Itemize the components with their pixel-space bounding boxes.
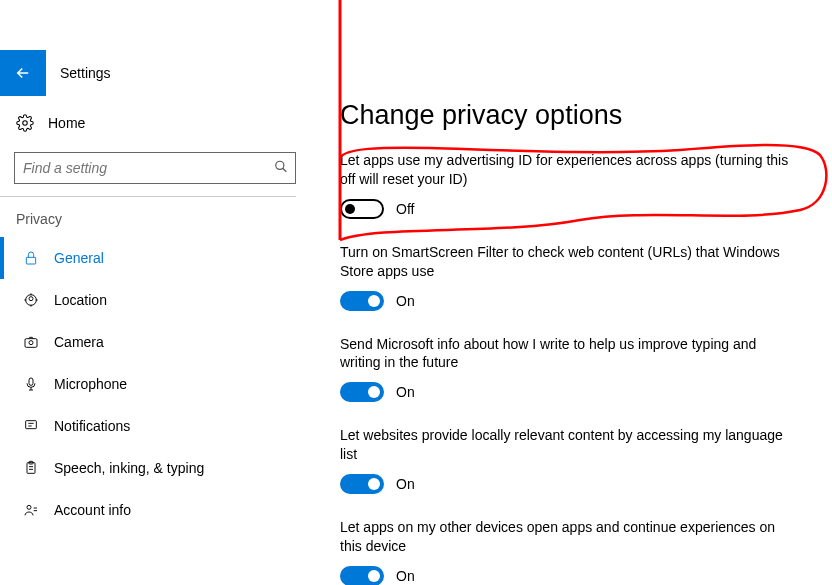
setting-desc: Turn on SmartScreen Filter to check web …	[340, 243, 800, 281]
setting-desc: Let websites provide locally relevant co…	[340, 426, 800, 464]
nav-label: Notifications	[54, 418, 130, 434]
sidebar-item-notifications[interactable]: Notifications	[0, 405, 310, 447]
title-bar: Settings	[0, 50, 310, 96]
search-box	[14, 152, 296, 184]
svg-point-4	[29, 297, 33, 301]
setting-language-list: Let websites provide locally relevant co…	[340, 426, 802, 494]
sidebar-item-speech-inking-typing[interactable]: Speech, inking, & typing	[0, 447, 310, 489]
svg-line-2	[283, 168, 287, 172]
svg-point-7	[29, 341, 33, 345]
toggle-state-label: On	[396, 384, 415, 400]
toggle-send-typing-info[interactable]	[340, 382, 384, 402]
svg-rect-6	[25, 339, 37, 348]
toggle-state-label: Off	[396, 201, 414, 217]
sidebar-item-microphone[interactable]: Microphone	[0, 363, 310, 405]
nav-label: Camera	[54, 334, 104, 350]
search-icon	[274, 160, 288, 177]
setting-send-typing-info: Send Microsoft info about how I write to…	[340, 335, 802, 403]
setting-advertising-id: Let apps use my advertising ID for exper…	[340, 151, 802, 219]
account-icon	[22, 501, 40, 519]
svg-point-1	[276, 161, 284, 169]
back-arrow-icon	[14, 64, 32, 82]
page-title: Change privacy options	[340, 100, 802, 131]
nav-label: General	[54, 250, 104, 266]
setting-desc: Send Microsoft info about how I write to…	[340, 335, 800, 373]
setting-desc: Let apps use my advertising ID for exper…	[340, 151, 800, 189]
setting-cross-device: Let apps on my other devices open apps a…	[340, 518, 802, 585]
location-icon	[22, 291, 40, 309]
search-input[interactable]	[14, 152, 296, 184]
nav-label: Speech, inking, & typing	[54, 460, 204, 476]
sidebar-item-camera[interactable]: Camera	[0, 321, 310, 363]
toggle-cross-device[interactable]	[340, 566, 384, 585]
sidebar-item-home[interactable]: Home	[0, 102, 310, 144]
setting-smartscreen: Turn on SmartScreen Filter to check web …	[340, 243, 802, 311]
sidebar-item-location[interactable]: Location	[0, 279, 310, 321]
app-title: Settings	[46, 65, 111, 81]
nav-label: Microphone	[54, 376, 127, 392]
back-button[interactable]	[0, 50, 46, 96]
sidebar-item-general[interactable]: General	[0, 237, 310, 279]
toggle-state-label: On	[396, 293, 415, 309]
toggle-smartscreen[interactable]	[340, 291, 384, 311]
notifications-icon	[22, 417, 40, 435]
camera-icon	[22, 333, 40, 351]
nav-label: Home	[48, 115, 85, 131]
setting-desc: Let apps on my other devices open apps a…	[340, 518, 800, 556]
toggle-language-list[interactable]	[340, 474, 384, 494]
toggle-advertising-id[interactable]	[340, 199, 384, 219]
nav-label: Location	[54, 292, 107, 308]
gear-icon	[16, 114, 34, 132]
nav-label: Account info	[54, 502, 131, 518]
svg-rect-9	[26, 421, 37, 429]
main-content: Change privacy options Let apps use my a…	[310, 0, 832, 585]
toggle-state-label: On	[396, 568, 415, 584]
microphone-icon	[22, 375, 40, 393]
sidebar-section-heading: Privacy	[0, 197, 310, 237]
sidebar-item-account-info[interactable]: Account info	[0, 489, 310, 531]
svg-rect-3	[26, 257, 35, 264]
sidebar: Settings Home Privacy General Location	[0, 0, 310, 585]
svg-rect-8	[29, 378, 33, 385]
toggle-state-label: On	[396, 476, 415, 492]
svg-point-12	[27, 505, 31, 509]
clipboard-icon	[22, 459, 40, 477]
svg-point-0	[23, 121, 28, 126]
lock-icon	[22, 249, 40, 267]
